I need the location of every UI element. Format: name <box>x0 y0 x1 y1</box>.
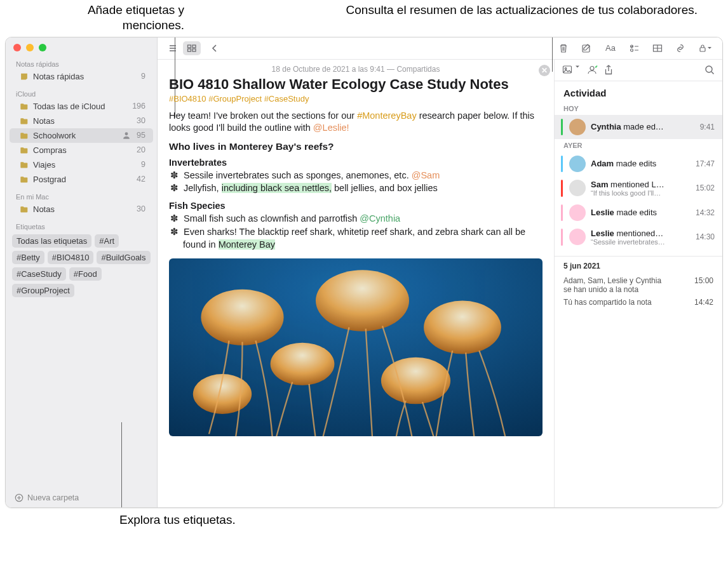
sidebar-item-folder[interactable]: Viajes9 <box>10 157 153 172</box>
collaborate-button[interactable] <box>586 65 598 75</box>
fish-list: Small fish such as clownfish and parrotf… <box>169 212 543 251</box>
svg-point-16 <box>381 357 450 404</box>
sidebar-item-quicknotes[interactable]: Notas rápidas 9 <box>10 69 153 84</box>
svg-point-19 <box>565 68 567 70</box>
svg-point-12 <box>201 290 283 345</box>
new-folder-button[interactable]: Nueva carpeta <box>6 490 157 507</box>
sidebar-item-folder[interactable]: Notas30 <box>10 114 153 128</box>
sidebar-item-label: Compras <box>33 145 132 155</box>
note-subheading: Fish Species <box>169 201 543 211</box>
sidebar-item-label: Notas <box>33 116 132 126</box>
sidebar-item-label: Schoolwork <box>33 131 118 140</box>
sidebar-item-folder[interactable]: Todas las de iCloud196 <box>10 99 153 114</box>
note-heading: Who lives in Monterey Bay's reefs? <box>169 141 543 152</box>
svg-point-21 <box>706 66 712 72</box>
sidebar-item-folder[interactable]: Schoolwork95 <box>10 128 153 143</box>
new-note-button[interactable] <box>577 41 595 55</box>
note-content[interactable]: BIO 4810 Shallow Water Ecology Case Stud… <box>158 76 554 507</box>
sidebar: Notas rápidas Notas rápidas 9 iCloud Tod… <box>6 37 157 507</box>
activity-color-bar <box>561 229 563 246</box>
sidebar-item-count: 20 <box>137 145 145 154</box>
media-button[interactable] <box>562 65 580 75</box>
svg-point-15 <box>271 343 335 385</box>
share-button[interactable] <box>604 65 613 76</box>
tag-pill[interactable]: #BIO4810 <box>48 251 94 264</box>
table-button[interactable] <box>649 41 666 55</box>
callout-line <box>121 422 122 508</box>
callout-tags-mentions: Añade etiquetas y menciones. <box>25 3 184 33</box>
tag-pill[interactable]: #CaseStudy <box>12 267 66 281</box>
sidebar-item-count: 42 <box>137 175 145 184</box>
callout-explore-tags: Explora tus etiquetas. <box>0 508 728 527</box>
activity-item[interactable]: Leslie mentioned…“Sessile invertebrates…… <box>555 225 722 250</box>
close-window-button[interactable] <box>13 44 21 51</box>
svg-rect-3 <box>192 45 196 48</box>
avatar <box>569 204 586 221</box>
activity-color-bar <box>561 119 563 135</box>
activity-subtitle: “If this looks good I'll… <box>591 189 691 197</box>
folder-icon <box>20 146 29 154</box>
tag-pill[interactable]: #Art <box>95 234 119 248</box>
activity-title: Actividad <box>555 81 722 102</box>
avatar <box>569 229 586 245</box>
svg-point-0 <box>125 132 128 135</box>
note-image-jellyfish <box>169 258 543 436</box>
shared-icon <box>122 131 131 140</box>
tag-pill[interactable]: #GroupProject <box>12 284 74 297</box>
folder-icon <box>20 161 29 169</box>
sidebar-section-tags: Etiquetas <box>6 220 157 232</box>
sidebar-item-folder[interactable]: Compras20 <box>10 143 153 157</box>
lock-button[interactable] <box>694 41 716 55</box>
activity-time: 17:47 <box>696 159 715 168</box>
avatar <box>569 156 586 172</box>
view-list-button[interactable] <box>164 41 182 55</box>
minimize-window-button[interactable] <box>26 44 34 51</box>
close-activity-button[interactable]: ✕ <box>539 65 550 76</box>
format-button[interactable]: Aa <box>600 41 621 55</box>
svg-rect-5 <box>192 49 196 51</box>
activity-color-bar <box>561 180 563 197</box>
activity-item[interactable]: Leslie made edits14:32 <box>555 201 722 225</box>
sidebar-item-count: 30 <box>137 204 145 213</box>
activity-system-entry: Tú has compartido la nota14:42 <box>555 296 722 309</box>
activity-system-entry: Adam, Sam, Leslie y Cynthia se han unido… <box>555 274 722 296</box>
activity-text: Leslie mentioned… <box>591 229 691 238</box>
back-button[interactable] <box>206 41 224 55</box>
activity-item[interactable]: Sam mentioned L…“If this looks good I'll… <box>555 176 722 201</box>
tag-pill[interactable]: #Betty <box>12 251 44 264</box>
svg-point-8 <box>631 49 633 51</box>
folder-icon <box>20 131 29 140</box>
note-intro-paragraph: Hey team! I've broken out the sections f… <box>169 110 543 135</box>
activity-item[interactable]: Cynthia made ed…9:41 <box>555 115 722 139</box>
sidebar-item-folder[interactable]: Notas30 <box>10 202 153 217</box>
folder-icon <box>20 117 29 125</box>
sidebar-item-label: Notas <box>33 204 132 214</box>
quicknote-icon <box>20 72 29 81</box>
checklist-button[interactable] <box>626 41 644 55</box>
invertebrates-list: Sessile invertebrates such as sponges, a… <box>169 169 543 195</box>
svg-point-20 <box>590 67 594 70</box>
sidebar-item-count: 95 <box>137 131 145 140</box>
tag-pill[interactable]: Todas las etiquetas <box>12 234 91 248</box>
sidebar-item-label: Viajes <box>33 160 137 170</box>
activity-color-bar <box>561 204 563 221</box>
svg-point-13 <box>316 270 409 331</box>
tag-pill[interactable]: #Food <box>69 267 102 281</box>
tag-pill[interactable]: #BuildGoals <box>97 251 150 264</box>
fullscreen-window-button[interactable] <box>39 44 46 51</box>
tags-browser: Todas las etiquetas#Art#Betty#BIO4810#Bu… <box>6 232 157 300</box>
folder-icon <box>20 175 29 184</box>
svg-point-14 <box>424 301 501 354</box>
search-button[interactable] <box>704 65 715 75</box>
link-button[interactable] <box>671 41 689 55</box>
svg-rect-10 <box>700 48 705 51</box>
sidebar-item-count: 9 <box>141 72 145 81</box>
sidebar-item-folder[interactable]: Postgrad42 <box>10 172 153 187</box>
view-gallery-button[interactable] <box>183 41 201 55</box>
activity-time: 15:02 <box>696 184 715 192</box>
activity-item[interactable]: Adam made edits17:47 <box>555 152 722 176</box>
note-date-shared: 18 de Octubre de 2021 a las 9:41 — Compa… <box>158 60 554 76</box>
delete-button[interactable] <box>555 41 572 55</box>
activity-text: Leslie made edits <box>591 208 691 217</box>
activity-section-today: HOY <box>555 102 722 115</box>
